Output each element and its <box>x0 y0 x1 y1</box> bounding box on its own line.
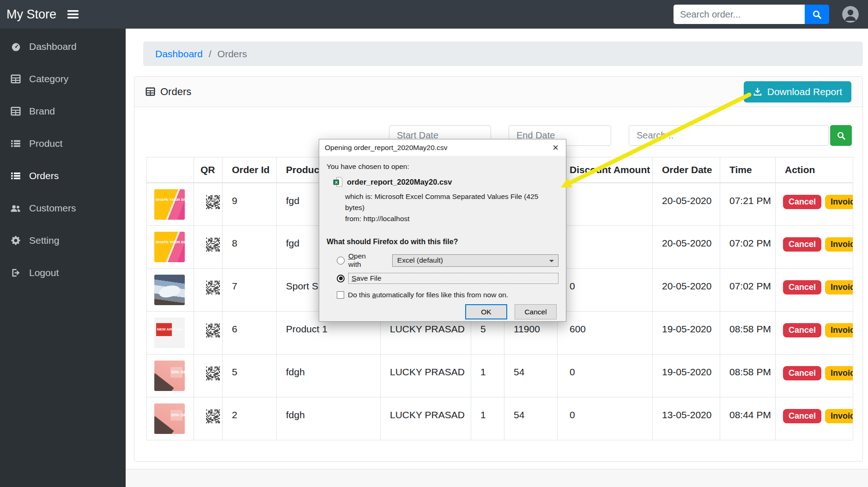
close-icon[interactable]: × <box>551 143 560 153</box>
sidebar-item-category[interactable]: Category <box>0 63 126 95</box>
sidebar-item-customers[interactable]: Customers <box>0 192 126 224</box>
product-thumbnail: Shape Your Body <box>154 189 185 220</box>
cell-customer-name: LUCKY PRASAD <box>381 355 471 397</box>
qr-code-icon <box>206 324 222 337</box>
table-row: 50% OFF2fdghLUCKY PRASAD154013-05-202008… <box>147 397 853 440</box>
cell-time: 07:02 PM <box>720 269 776 312</box>
do-automatically-checkbox[interactable] <box>337 291 344 299</box>
thumbnail-text: Shape Your Body <box>156 198 172 202</box>
cancel-order-button[interactable]: Cancel <box>783 280 821 295</box>
cell-price: 54 <box>504 355 558 397</box>
logout-icon <box>10 268 21 278</box>
invoice-button[interactable]: Invoice <box>825 409 853 423</box>
sidebar-item-setting[interactable]: Setting <box>0 224 126 257</box>
qr-code-icon <box>206 281 222 295</box>
cell-actions: CancelInvoice <box>776 397 853 440</box>
sidebar-item-brand[interactable]: Brand <box>0 95 126 127</box>
cancel-order-button[interactable]: Cancel <box>783 323 821 337</box>
sidebar-item-label: Product <box>29 138 62 149</box>
cancel-order-button[interactable]: Cancel <box>783 409 821 423</box>
cell-time: 07:02 PM <box>720 226 776 269</box>
cell-discount-amount <box>558 183 653 226</box>
thumbnail-text: 50% OFF <box>170 367 182 378</box>
cell-product-image: Shape Your Body <box>147 226 194 269</box>
footer-bar <box>126 469 868 487</box>
cell-actions: CancelInvoice <box>776 269 853 312</box>
column-header-order-date: Order Date <box>653 157 720 183</box>
cancel-order-button[interactable]: Cancel <box>783 195 821 209</box>
cell-customer-name: LUCKY PRASAD <box>381 397 471 440</box>
cell-order-id: 8 <box>223 226 277 269</box>
sidebar-item-orders[interactable]: Orders <box>0 160 126 192</box>
order-search-button[interactable] <box>805 5 829 24</box>
users-icon <box>10 203 21 213</box>
breadcrumb-link-dashboard[interactable]: Dashboard <box>155 48 203 60</box>
column-header-discount-amount: Discount Amount <box>558 157 653 183</box>
invoice-button[interactable]: Invoice <box>825 323 853 337</box>
dialog-intro-text: You have chosen to open: <box>327 162 558 171</box>
table-search-button[interactable] <box>830 125 852 146</box>
dialog-filename: order_report_2020May20.csv <box>347 178 452 186</box>
save-file-radio[interactable] <box>337 275 345 283</box>
table-row: 50% OFF5fdghLUCKY PRASAD154019-05-202008… <box>147 355 853 397</box>
cell-order-date: 19-05-2020 <box>653 355 720 397</box>
sidebar-item-product[interactable]: Product <box>0 127 126 160</box>
cancel-order-button[interactable]: Cancel <box>783 237 821 252</box>
cell-time: 08:58 PM <box>720 312 776 355</box>
column-header-qr: QR <box>194 157 223 183</box>
dialog-body: You have chosen to open: X order_report_… <box>319 162 566 327</box>
sidebar-item-logout[interactable]: Logout <box>0 257 126 289</box>
table-icon <box>10 74 21 84</box>
ok-button[interactable]: OK <box>465 304 507 319</box>
cell-order-id: 6 <box>223 312 277 355</box>
dialog-title-bar: Opening order_report_2020May20.csv × <box>319 139 566 156</box>
download-report-label: Download Report <box>767 86 842 97</box>
dashboard-icon <box>10 42 21 52</box>
cell-quantity: 1 <box>471 397 504 440</box>
breadcrumb-separator: / <box>209 48 212 60</box>
download-report-button[interactable]: Download Report <box>744 81 851 102</box>
cell-order-id: 2 <box>223 397 277 440</box>
breadcrumb: Dashboard / Orders <box>143 42 863 66</box>
open-with-select[interactable]: Excel (default) <box>392 254 558 267</box>
cell-product-image: 50% OFF <box>147 397 194 440</box>
cell-order-id: 5 <box>223 355 277 397</box>
column-header-image <box>147 157 194 183</box>
dialog-filetype-text: which is: Microsoft Excel Comma Separate… <box>345 191 558 213</box>
qr-code-icon <box>206 367 222 380</box>
open-with-radio[interactable] <box>337 257 345 265</box>
column-header-time: Time <box>720 157 776 183</box>
cell-qr-code <box>194 397 223 440</box>
order-search-input[interactable] <box>674 5 805 24</box>
cell-discount-amount: 0 <box>558 269 653 312</box>
cell-product-image: NEW ARRIVAL! <box>147 312 194 355</box>
sidebar-item-label: Customers <box>29 203 76 214</box>
cell-product-image: Shape Your Body <box>147 183 194 226</box>
open-with-label: Open with <box>348 252 380 269</box>
dialog-cancel-button[interactable]: Cancel <box>515 304 557 319</box>
invoice-button[interactable]: Invoice <box>825 366 853 380</box>
qr-code-icon <box>206 409 222 423</box>
orders-card-header: Orders Download Report <box>134 77 862 107</box>
cell-product-name: fdgh <box>277 355 381 397</box>
cell-actions: CancelInvoice <box>776 226 853 269</box>
cell-order-date: 20-05-2020 <box>653 269 720 312</box>
invoice-button[interactable]: Invoice <box>825 237 853 252</box>
product-thumbnail: 50% OFF <box>154 361 185 391</box>
invoice-button[interactable]: Invoice <box>825 280 853 295</box>
cell-quantity: 1 <box>471 355 504 397</box>
cell-qr-code <box>194 355 223 397</box>
user-avatar-icon[interactable] <box>842 6 859 23</box>
brand-title: My Store <box>6 7 56 22</box>
cancel-order-button[interactable]: Cancel <box>783 366 821 380</box>
cell-actions: CancelInvoice <box>776 183 853 226</box>
table-search-input[interactable] <box>629 125 829 146</box>
column-header-order-id: Order Id <box>223 157 277 183</box>
sidebar-item-dashboard[interactable]: Dashboard <box>0 30 126 63</box>
invoice-button[interactable]: Invoice <box>825 195 853 209</box>
sidebar-item-label: Logout <box>29 267 59 278</box>
product-thumbnail <box>154 275 185 305</box>
hamburger-menu-icon[interactable] <box>67 10 79 19</box>
cell-order-id: 9 <box>223 183 277 226</box>
cell-order-date: 19-05-2020 <box>653 312 720 355</box>
